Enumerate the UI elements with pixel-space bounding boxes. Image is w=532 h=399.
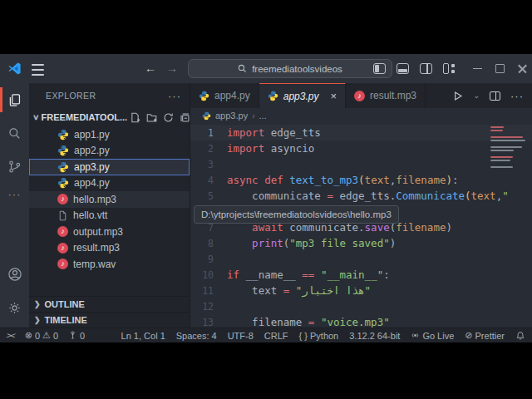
line-number[interactable]: 11 <box>190 285 227 297</box>
breadcrumb[interactable]: app3.py › ... <box>190 108 532 123</box>
code-line-8[interactable]: 8 print("mp3 file saved") <box>190 235 532 251</box>
outline-section[interactable]: ❯ OUTLINE <box>29 296 190 312</box>
file-row-temp-wav[interactable]: ♪ temp.wav <box>29 256 190 273</box>
code-line-2[interactable]: 2import asyncio <box>190 140 532 156</box>
bell-icon <box>515 331 525 341</box>
code-line-3[interactable]: 3 <box>190 156 532 172</box>
activitybar-more[interactable]: ··· <box>0 183 29 204</box>
file-row-app3[interactable]: app3.py <box>29 159 190 175</box>
explorer-more-icon[interactable]: ··· <box>168 90 181 102</box>
search-value: freemediatoolsvideos <box>252 64 342 74</box>
run-dropdown-icon[interactable]: ⌄ <box>473 91 480 100</box>
minimap-line <box>490 126 504 128</box>
file-row-app2[interactable]: app2.py <box>29 143 190 160</box>
nav-back-button[interactable]: ← <box>143 60 158 76</box>
chevron-right-icon: ❯ <box>34 300 41 308</box>
new-folder-icon[interactable] <box>146 112 157 123</box>
nav-forward-button[interactable]: → <box>165 60 180 76</box>
file-row-result-mp3[interactable]: ♪ result.mp3 <box>29 240 190 257</box>
tab-app4[interactable]: app4.py <box>190 83 259 108</box>
file-row-app1[interactable]: app1.py <box>29 126 190 143</box>
minimize-button[interactable] <box>473 68 482 70</box>
encoding[interactable]: UTF-8 <box>228 331 254 341</box>
line-number[interactable]: 2 <box>190 143 227 155</box>
code-line-1[interactable]: 1import edge_tts <box>190 125 532 140</box>
activitybar-source-control[interactable] <box>0 150 29 183</box>
prettier-button[interactable]: ⊘ Prettier <box>465 330 505 341</box>
code-line-12[interactable]: 12 <box>190 298 532 314</box>
close-button[interactable] <box>518 64 527 73</box>
prettier-label: Prettier <box>475 331 505 341</box>
run-button[interactable] <box>452 91 463 101</box>
source-control-icon <box>7 159 22 175</box>
explorer-header: EXPLORER ··· <box>29 83 190 108</box>
new-file-icon[interactable] <box>130 112 140 123</box>
line-number[interactable]: 3 <box>190 159 227 170</box>
notifications-button[interactable] <box>515 331 525 341</box>
tab-app3[interactable]: app3.py × <box>259 83 346 108</box>
code-area[interactable]: 1import edge_tts2import asyncio34async d… <box>190 123 532 328</box>
line-number[interactable]: 10 <box>190 269 227 281</box>
customize-layout-icon[interactable] <box>443 63 456 74</box>
python-file-icon <box>202 111 211 121</box>
tab-result-mp3[interactable]: ♪ result.mp3 <box>346 83 426 108</box>
code-text: print("mp3 file saved") <box>227 237 396 249</box>
collapse-all-icon[interactable] <box>180 112 190 123</box>
code-line-13[interactable]: 13 filename = "voice.mp3" <box>190 314 532 328</box>
file-row-hello-vtt[interactable]: hello.vtt <box>29 208 190 224</box>
radio-tower-icon <box>68 331 77 340</box>
explorer-title: EXPLORER <box>46 91 96 101</box>
maximize-button[interactable] <box>495 64 505 73</box>
command-center-search[interactable]: freemediatoolsvideos <box>188 59 392 78</box>
line-number[interactable]: 8 <box>190 238 227 249</box>
file-row-output-mp3[interactable]: ♪ output.mp3 <box>29 224 190 240</box>
code-line-4[interactable]: 4async def text_to_mp3(text,filename): <box>190 172 532 188</box>
activitybar-search[interactable] <box>0 116 29 150</box>
line-number[interactable]: 12 <box>190 301 227 313</box>
minimap[interactable] <box>490 126 529 168</box>
menu-icon[interactable] <box>32 62 44 77</box>
problems-indicator[interactable]: ⊗ 0 ⚠ 0 <box>25 330 58 341</box>
line-number[interactable]: 9 <box>190 254 227 265</box>
code-text: text = "هذا اختبار" <box>227 284 371 297</box>
line-number[interactable]: 13 <box>190 317 227 328</box>
code-line-5[interactable]: 5 communicate = edge_tts.Communicate(tex… <box>190 188 532 204</box>
indentation[interactable]: Spaces: 4 <box>176 331 217 341</box>
cursor-position[interactable]: Ln 1, Col 1 <box>121 331 165 341</box>
code-text: if __name__ == "__main__": <box>227 268 390 281</box>
language-label: Python <box>310 331 338 341</box>
eol-sequence[interactable]: CRLF <box>264 331 288 341</box>
close-tab-icon[interactable]: × <box>330 90 337 102</box>
ports-indicator[interactable]: 0 <box>68 331 85 341</box>
breadcrumb-more[interactable]: ... <box>259 111 267 121</box>
code-line-11[interactable]: 11 text = "هذا اختبار" <box>190 283 532 298</box>
tab-label: app4.py <box>214 90 250 101</box>
settings-button[interactable] <box>0 291 29 324</box>
minimap-line <box>490 136 523 138</box>
toggle-secondary-sidebar-icon[interactable] <box>420 63 432 74</box>
code-line-9[interactable]: 9 <box>190 251 532 267</box>
go-live-button[interactable]: Go Live <box>411 331 454 341</box>
file-row-hello-mp3[interactable]: ♪ hello.mp3 <box>29 191 190 208</box>
warning-count: 0 <box>53 331 58 341</box>
audio-file-icon: ♪ <box>57 194 68 204</box>
code-line-10[interactable]: 10if __name__ == "__main__": <box>190 267 532 283</box>
split-editor-icon[interactable] <box>490 91 500 101</box>
language-mode[interactable]: { } Python <box>299 331 339 341</box>
file-row-app4[interactable]: app4.py <box>29 175 190 192</box>
timeline-section[interactable]: ❯ TIMELINE <box>29 312 190 328</box>
toggle-panel-icon[interactable] <box>397 63 409 74</box>
breadcrumb-file[interactable]: app3.py <box>215 111 248 121</box>
refresh-icon[interactable] <box>163 112 174 123</box>
line-number[interactable]: 1 <box>190 127 227 139</box>
line-number[interactable]: 4 <box>190 175 227 186</box>
activitybar-explorer[interactable] <box>0 83 29 116</box>
account-button[interactable] <box>0 258 29 291</box>
python-interpreter[interactable]: 3.12.2 64-bit <box>349 331 400 341</box>
toggle-sidebar-icon[interactable] <box>373 63 386 74</box>
audio-file-icon: ♪ <box>354 91 365 101</box>
line-number[interactable]: 5 <box>190 190 227 202</box>
editor-more-icon[interactable]: ··· <box>510 90 524 102</box>
remote-indicator[interactable]: >< <box>7 331 15 340</box>
folder-section-header[interactable]: ∨ FREEMEDIATOOL... <box>29 108 190 126</box>
